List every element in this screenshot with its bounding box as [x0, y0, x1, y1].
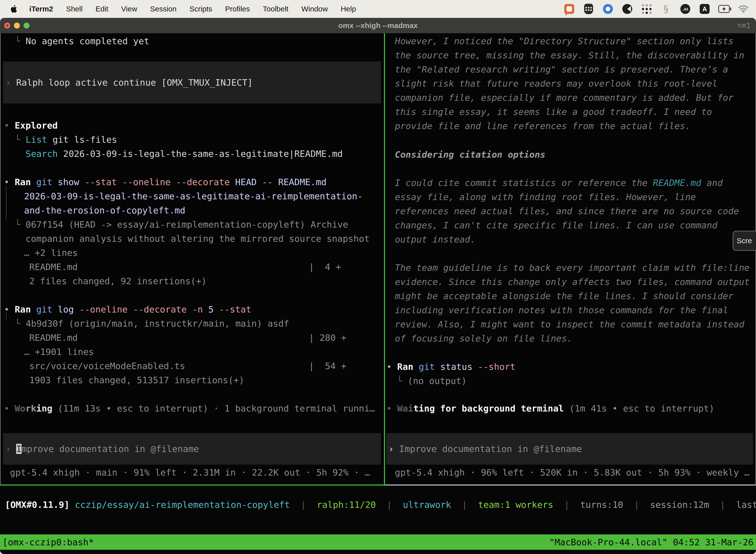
terminal-line: • Waiting for background terminal (1m 41… [386, 401, 714, 416]
menubar-item-edit[interactable]: Edit [96, 5, 108, 13]
terminal-line: • Ran git show --stat --oneline --decora… [4, 175, 327, 189]
menubar-item-profiles[interactable]: Profiles [225, 5, 250, 13]
screen-overlay-button[interactable]: Scre [733, 231, 756, 251]
terminal-line: I could cite commit statistics or refere… [395, 176, 723, 190]
terminal-line: the source tree, missing the essay. Stil… [395, 48, 744, 62]
desktop: iTerm2ShellEditViewSessionScriptsProfile… [0, 0, 756, 554]
terminal-line: src/voice/voiceModeEnabled.ts | 54 + [29, 359, 346, 373]
terminal-line: evidence. Since this change only affects… [395, 275, 750, 289]
terminal-line: changes, I can't cite specific file line… [395, 218, 717, 232]
terminal-line: • Working (11m 13s • esc to interrupt) ·… [4, 401, 375, 416]
menubar-item-iterm2[interactable]: iTerm2 [29, 5, 53, 13]
omx-status-line: [OMX#0.11.9] cczip/essay/ai-reimplementa… [5, 498, 756, 512]
terminal-line: review. Also, I might want to inspect th… [395, 317, 744, 331]
menu-items: iTerm2ShellEditViewSessionScriptsProfile… [29, 5, 356, 13]
menubar-item-session[interactable]: Session [150, 5, 177, 13]
omx-status-bar: [OMX#0.11.9] cczip/essay/ai-reimplementa… [0, 498, 756, 512]
terminal-line: including verification notes with those … [395, 303, 728, 317]
menubar-item-view[interactable]: View [121, 5, 137, 13]
terminal-line: and-the-erosion-of-copyleft.md [24, 203, 185, 217]
prompt-input[interactable]: › Improve documentation in @filename [386, 433, 753, 465]
left-agent-pane[interactable]: └ No agents completed yet• Explored└ Lis… [0, 33, 384, 486]
dots-grid-icon[interactable] [641, 3, 652, 15]
window-title-bar[interactable]: omx --xhigh --madmax ⌥⌘1 [0, 18, 756, 33]
right-agent-pane[interactable]: However, I noticed the "Directory Struct… [385, 33, 756, 486]
menubar-item-scripts[interactable]: Scripts [189, 5, 212, 13]
wifi-icon[interactable] [738, 3, 749, 15]
model-status-line: gpt-5.4 xhigh · main · 91% left · 2.31M … [10, 465, 370, 480]
window-shortcut-badge: ⌥⌘1 [737, 18, 751, 33]
terminal-line: Search 2026-03-09-is-legal-the-same-as-l… [25, 147, 343, 161]
terminal-line: • Ran git status --short [386, 359, 515, 374]
terminal-line: of focusing solely on file lines. [395, 331, 572, 345]
terminal-line: slight risk that future readers may over… [395, 76, 717, 91]
tree-connector [6, 186, 6, 221]
terminal-line: └ List git ls-files [15, 132, 117, 147]
terminal-line: provide file and line references from th… [395, 119, 691, 133]
terminal-line: The team guideline is to back every impo… [395, 261, 750, 275]
prompt-input[interactable]: › Improve documentation in @filename [3, 433, 381, 465]
window-title: omx --xhigh --madmax [0, 18, 756, 33]
keyboard-a-icon[interactable]: A [699, 3, 710, 15]
menubar-item-help[interactable]: Help [341, 5, 356, 13]
terminal-line: • Explored [4, 118, 58, 132]
gauge-icon[interactable]: ..61 [680, 3, 691, 15]
terminal-line: └ 067f154 (HEAD -> essay/ai-reimplementa… [15, 217, 348, 232]
idle-pane-border [385, 485, 756, 486]
menu-bar-status-icons: § ..61 A [564, 3, 756, 15]
menubar-item-window[interactable]: Window [301, 5, 328, 13]
tmux-session-label: [omx-cczip0:bash* [0, 537, 94, 547]
model-status-line: gpt-5.4 xhigh · 96% left · 520K in · 5.8… [395, 465, 750, 480]
battery-icon[interactable] [718, 3, 730, 15]
terminal-line: • Ran git log --oneline --decorate -n 5 … [4, 302, 251, 317]
terminal-line: the "Related research writing" section i… [395, 62, 728, 76]
inject-banner: › Ralph loop active continue [OMX_TMUX_I… [3, 62, 381, 104]
terminal-line: might be acceptable alongside the file l… [395, 289, 734, 303]
terminal-line: output instead. [395, 232, 476, 246]
macos-menu-bar: iTerm2ShellEditViewSessionScriptsProfile… [0, 0, 756, 18]
active-pane-border [0, 485, 384, 486]
terminal-line: … +2 lines [24, 246, 78, 260]
terminal-line: companion analysis without altering the … [25, 232, 370, 246]
terminal-line: Considering citation options [395, 148, 546, 162]
terminal-line: └ No agents completed yet [15, 34, 149, 48]
terminal-line: However, I noticed the "Directory Struct… [395, 34, 734, 48]
terminal-line: 2 files changed, 92 insertions(+) [29, 274, 207, 288]
terminal-line: README.md | 280 + [29, 331, 346, 345]
terminal-content: └ No agents completed yet• Explored└ Lis… [0, 33, 756, 486]
tmux-host-clock: "MacBook-Pro-44.local" 04:52 31-Mar-26 [549, 537, 756, 547]
scroll-icon[interactable]: § [660, 3, 672, 15]
menubar-item-toolbelt[interactable]: Toolbelt [263, 5, 289, 13]
terminal-line: … +1901 lines [24, 345, 94, 359]
window-left-edge [0, 33, 0, 486]
terminal-line: README.md | 4 + [29, 260, 341, 274]
terminal-line: companion file, especially if more comme… [395, 91, 734, 105]
terminal-line: 2026-03-09-is-legal-the-same-as-legitima… [24, 189, 363, 203]
terminal-line: └ 4b9d30f (origin/main, instructkr/main,… [15, 317, 289, 331]
shield-grid-icon[interactable] [583, 3, 594, 15]
apple-menu-icon[interactable] [10, 4, 18, 14]
verified-badge-icon[interactable] [602, 3, 614, 15]
terminal-line: references need actual files, and since … [395, 204, 739, 218]
messages-icon[interactable] [564, 3, 575, 15]
menubar-item-shell[interactable]: Shell [66, 5, 82, 13]
kagi-icon[interactable] [622, 3, 633, 15]
terminal-line: this single essay, it seems like a good … [395, 105, 712, 119]
tmux-status-bar: [omx-cczip0:bash* "MacBook-Pro-44.local"… [0, 535, 756, 550]
iterm2-window: omx --xhigh --madmax ⌥⌘1 └ No agents com… [0, 18, 756, 554]
terminal-line: essay file, along with finding root file… [395, 190, 696, 204]
terminal-line: └ (no output) [397, 374, 467, 388]
terminal-line: 1903 files changed, 513517 insertions(+) [29, 373, 244, 387]
